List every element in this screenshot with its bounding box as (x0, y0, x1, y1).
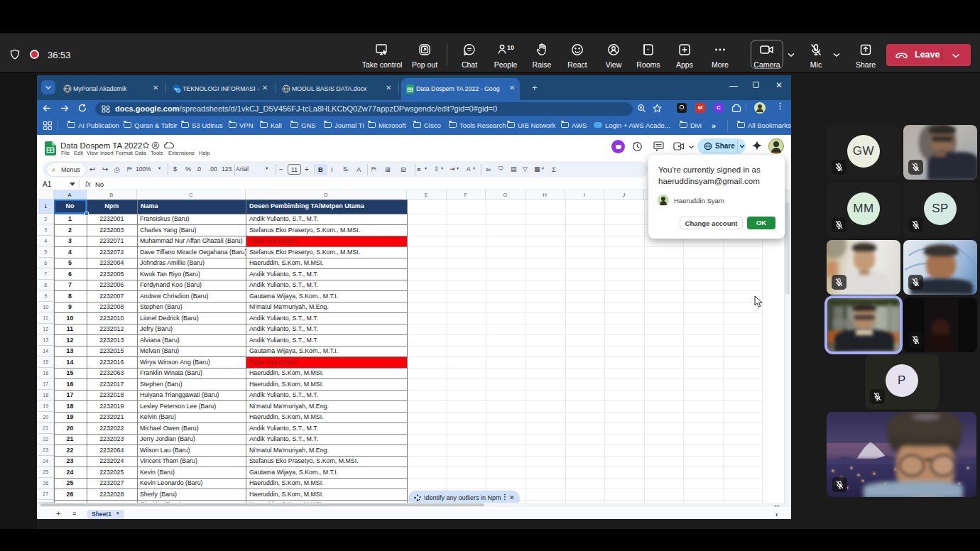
svg-text:10: 10 (507, 44, 514, 51)
